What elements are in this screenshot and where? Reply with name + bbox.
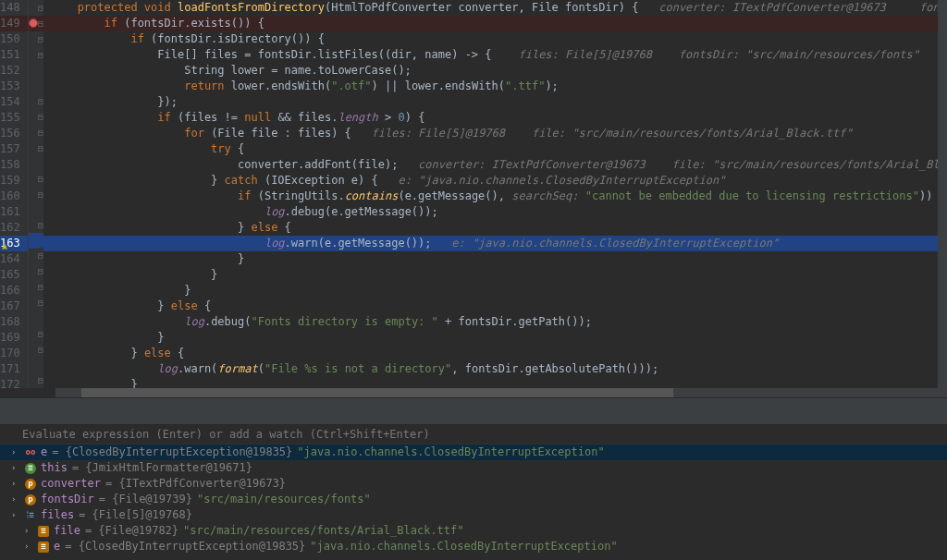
line-number[interactable]: 165 xyxy=(0,267,28,283)
variable-row[interactable]: ›≡file = {File@19782} "src/main/resource… xyxy=(0,523,947,539)
code-line[interactable]: try { xyxy=(43,141,947,157)
gutter-marker-cell[interactable] xyxy=(29,31,38,47)
line-number[interactable]: 171 xyxy=(0,361,28,377)
line-number[interactable]: 168 xyxy=(0,314,28,330)
variable-row[interactable]: ›ooe = {ClosedByInterruptException@19835… xyxy=(0,444,947,460)
gutter-marker-cell[interactable] xyxy=(29,295,38,310)
code-line[interactable]: } else { xyxy=(43,220,947,236)
variable-row[interactable]: ›≡this = {JmixHtmlFormatter@19671} xyxy=(0,460,947,476)
expand-toggle-icon[interactable]: › xyxy=(11,507,20,523)
code-area[interactable]: protected void loadFontsFromDirectory(Ht… xyxy=(43,0,947,388)
code-line[interactable]: } catch (IOException e) { e: "java.nio.c… xyxy=(43,173,947,189)
gutter-marker-cell[interactable] xyxy=(29,264,38,280)
code-line[interactable]: } xyxy=(43,267,947,283)
line-number[interactable]: 149 xyxy=(0,16,28,31)
gutter-marker-cell[interactable] xyxy=(29,357,38,372)
code-line[interactable]: log.warn(e.getMessage()); e: "java.nio.c… xyxy=(43,236,947,251)
code-line[interactable]: log.debug("Fonts directory is empty: " +… xyxy=(43,314,947,330)
code-line[interactable]: }); xyxy=(43,94,947,110)
horizontal-scrollbar[interactable] xyxy=(55,388,947,397)
code-line[interactable]: if (fontsDir.isDirectory()) { xyxy=(43,31,947,47)
breakpoint-icon[interactable] xyxy=(29,18,38,28)
line-number[interactable]: 152 xyxy=(0,63,28,79)
line-number[interactable]: 154 xyxy=(0,94,28,110)
expand-toggle-icon[interactable]: › xyxy=(24,523,33,539)
line-number-gutter[interactable]: 1481491501511521531541551561571581591601… xyxy=(0,0,29,388)
code-line[interactable]: log.warn(format("File %s is not a direct… xyxy=(43,361,947,377)
line-number[interactable]: 157 xyxy=(0,141,28,157)
gutter-marker-cell[interactable] xyxy=(29,124,38,140)
gutter-marker-cell[interactable] xyxy=(29,217,38,233)
expand-toggle-icon[interactable]: › xyxy=(11,476,20,492)
line-number[interactable]: 164 xyxy=(0,251,28,267)
gutter-marker-cell[interactable] xyxy=(29,62,38,78)
line-number[interactable]: 155 xyxy=(0,110,28,126)
panel-divider[interactable] xyxy=(0,397,947,425)
variable-row[interactable]: ›⦙≡files = {File[5]@19768} xyxy=(0,507,947,523)
gutter-marker-cell[interactable] xyxy=(29,78,38,93)
code-line[interactable]: } xyxy=(43,377,947,388)
line-number[interactable]: 156 xyxy=(0,126,28,141)
gutter-marker-cell[interactable] xyxy=(29,155,38,171)
line-number[interactable]: 170 xyxy=(0,346,28,361)
code-line[interactable]: converter.addFont(file); converter: ITex… xyxy=(43,157,947,173)
code-line[interactable]: if (fontsDir.exists()) { xyxy=(43,16,947,31)
expand-toggle-icon[interactable]: › xyxy=(24,539,33,554)
gutter-marker-cell[interactable] xyxy=(29,171,38,187)
line-number[interactable]: 172 xyxy=(0,377,28,388)
code-line[interactable]: if (StringUtils.contains(e.getMessage(),… xyxy=(43,189,947,204)
gutter-marker-cell[interactable] xyxy=(29,93,38,109)
line-number[interactable]: 167 xyxy=(0,298,28,314)
vertical-scrollbar[interactable] xyxy=(938,0,947,388)
gutter-marker-cell[interactable] xyxy=(29,233,38,249)
code-line[interactable]: log.debug(e.getMessage()); xyxy=(43,204,947,220)
expand-toggle-icon[interactable]: › xyxy=(11,444,20,460)
line-number[interactable]: 150 xyxy=(0,31,28,47)
gutter-markers[interactable] xyxy=(29,0,38,388)
code-line[interactable]: String lower = name.toLowerCase(); xyxy=(43,63,947,79)
gutter-marker-cell[interactable] xyxy=(29,46,38,62)
code-line[interactable]: } xyxy=(43,330,947,346)
evaluate-expression-input[interactable]: Evaluate expression (Enter) or add a wat… xyxy=(0,425,947,444)
line-number[interactable]: 158 xyxy=(0,157,28,173)
gutter-marker-cell[interactable] xyxy=(29,140,38,155)
code-line[interactable]: File[] files = fontsDir.listFiles((dir, … xyxy=(43,47,947,63)
code-line[interactable]: } xyxy=(43,251,947,267)
variable-row[interactable]: ›pconverter = {ITextPdfConverter@19673} xyxy=(0,476,947,492)
expand-toggle-icon[interactable]: › xyxy=(11,460,20,476)
gutter-marker-cell[interactable] xyxy=(29,249,38,264)
expand-toggle-icon[interactable]: › xyxy=(11,492,20,507)
gutter-marker-cell[interactable] xyxy=(29,0,38,16)
horizontal-scrollbar-thumb[interactable] xyxy=(81,388,673,397)
line-number[interactable]: 169 xyxy=(0,330,28,346)
line-number[interactable]: 160 xyxy=(0,189,28,204)
code-line[interactable]: } else { xyxy=(43,298,947,314)
line-number[interactable]: 159 xyxy=(0,173,28,189)
code-line[interactable]: } xyxy=(43,283,947,298)
code-line[interactable]: protected void loadFontsFromDirectory(Ht… xyxy=(43,0,947,16)
code-line[interactable]: if (files != null && files.length > 0) { xyxy=(43,110,947,126)
gutter-marker-cell[interactable] xyxy=(29,187,38,202)
gutter-marker-cell[interactable] xyxy=(29,372,38,388)
code-line[interactable]: for (File file : files) { files: File[5]… xyxy=(43,126,947,141)
line-number[interactable]: 148 xyxy=(0,0,28,16)
gutter-marker-cell[interactable] xyxy=(29,201,38,217)
variable-row[interactable]: ›≡e = {ClosedByInterruptException@19835}… xyxy=(0,539,947,554)
gutter-marker-cell[interactable] xyxy=(29,279,38,295)
gutter-marker-cell[interactable] xyxy=(29,109,38,125)
code-line[interactable]: return lower.endsWith(".otf") || lower.e… xyxy=(43,79,947,94)
line-number[interactable]: 151 xyxy=(0,47,28,63)
gutter-marker-cell[interactable] xyxy=(29,310,38,326)
line-number[interactable]: 162 xyxy=(0,220,28,236)
debug-variables-panel[interactable]: Evaluate expression (Enter) or add a wat… xyxy=(0,425,947,560)
line-number[interactable]: 153 xyxy=(0,79,28,94)
code-line[interactable]: } else { xyxy=(43,346,947,361)
variable-row[interactable]: ›pfontsDir = {File@19739} "src/main/reso… xyxy=(0,492,947,507)
line-number[interactable]: 161 xyxy=(0,204,28,220)
gutter-marker-cell[interactable] xyxy=(29,342,38,358)
gutter-marker-cell[interactable] xyxy=(29,16,38,31)
gutter-marker-cell[interactable] xyxy=(29,326,38,342)
line-number[interactable]: 166 xyxy=(0,283,28,298)
code-editor[interactable]: 1481491501511521531541551561571581591601… xyxy=(0,0,947,388)
variables-tree[interactable]: ›ooe = {ClosedByInterruptException@19835… xyxy=(0,444,947,554)
